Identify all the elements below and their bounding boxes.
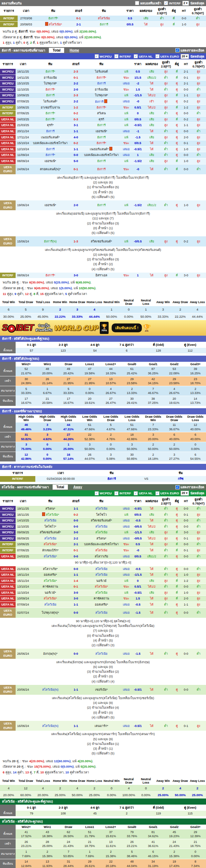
over-under-ht: ต่ำ	[191, 553, 206, 559]
odd-even: คี่	[173, 158, 181, 164]
league-badge: UEFA EURO	[0, 200, 16, 211]
match-result: แพ้	[121, 116, 131, 122]
column-header: สกอร์	[72, 6, 86, 16]
stats-cell: 4117.52%	[16, 829, 37, 839]
red-card-icon	[42, 512, 45, 516]
section-title-bar: สโลวีเนีย - สถิติได้ประตูและคี่คู่(รอบ)	[0, 798, 206, 805]
league-badge: UEFA EURO	[0, 608, 16, 618]
away-team: สโลวาเกีย	[82, 553, 121, 559]
home-team: สโลวีเนีย*	[31, 578, 70, 584]
stats-row: สนามกลาง533.33%16.67%533.33%00.00%426.67…	[0, 386, 206, 396]
away-team: ฮังการี	[82, 81, 121, 87]
fixture-away-team[interactable]: กรีซ	[155, 476, 206, 482]
match-result: แพ้	[121, 158, 131, 164]
red-card-icon	[109, 147, 112, 151]
away-team: สโลวีเนีย	[82, 548, 121, 554]
away-team: เยอรมนี*	[82, 129, 121, 135]
over-under-ht: สูง	[191, 596, 206, 602]
filter-checkbox-wcpeu[interactable]	[95, 54, 99, 58]
stats-cell: 723.33%	[143, 422, 164, 432]
odd-even: คู่	[173, 553, 181, 559]
league-badge: UEFA EURO	[0, 649, 16, 659]
stats-header: Draw Odds Loss	[185, 414, 206, 422]
h2h-count-select[interactable]: 2 ▾	[182, 1, 189, 6]
filter-checkbox-uefa-nl[interactable]	[134, 491, 138, 495]
match-result: เสมอ	[121, 649, 131, 659]
match-date: 14/11/25	[16, 75, 31, 81]
bet-now-button[interactable]: เติมพันตอนนี้ !	[112, 323, 142, 332]
stats-cell: 646.15%	[143, 849, 164, 859]
match-date: 24/06/24	[16, 164, 31, 174]
stats-value: 123	[48, 348, 79, 353]
tab-total[interactable]: Total	[53, 485, 68, 490]
halftime-score: 0-0	[181, 608, 191, 618]
wdl-pct: 60.00%	[17, 791, 35, 798]
match-detail-line: เตะเริ่มเล่น(เยอรมนี) และมุมลูกแรก(ฮังกา…	[0, 211, 206, 216]
home-team: ออสเตรีย*	[31, 572, 70, 578]
stats-row: ทีมเยือน1242.86%00.00%1657.14%2644.07%35…	[0, 452, 206, 462]
row-label: เหย้า	[0, 432, 16, 442]
stats-cell: 4844.04%	[121, 859, 143, 868]
odd-even: คู่	[173, 685, 181, 695]
match-row: WCPEU19/11/25สวีเดน*1-1สโลวีเนียเสมอ-0.5…	[0, 506, 206, 512]
match-date: 06/09/25	[16, 535, 31, 541]
away-team: ฮังการี	[82, 200, 121, 211]
stats-header: 4-6 ลูก	[79, 805, 111, 811]
column-header: เวลา	[18, 6, 35, 16]
stats-cell: 125.00%	[58, 442, 79, 452]
odd-even: คี่	[173, 596, 181, 602]
handicap-result: ได้1/2	[144, 535, 159, 541]
show-detail-checkbox[interactable]	[175, 485, 180, 489]
section-title: ฮังการี - ตารางการแข่งขันในวันหลัง	[2, 465, 52, 469]
stats-cell: 1413.73%	[185, 396, 206, 406]
stats-cell: 746.67%	[143, 386, 164, 396]
stats-table: Win2+Win1DrawLoss1Loss2+Goal0Goal1Goal2G…	[0, 825, 206, 868]
match-row: UEFA NL15/10/24บอสเนียและเฮอร์เซโกวีนา0-…	[0, 140, 206, 146]
handicap-odds: 1/1.5	[131, 75, 144, 81]
column-header	[121, 496, 131, 506]
stats-cell: 1917.43%	[164, 859, 185, 868]
stats-value: 2	[111, 811, 143, 816]
league-badge: UEFA NL	[0, 158, 16, 164]
tab-total[interactable]: Total	[49, 48, 64, 53]
halftime-score: 1-0	[181, 200, 191, 211]
tab-home[interactable]: Home	[66, 48, 83, 53]
filter-checkbox-uefa-euro[interactable]	[155, 54, 160, 58]
stats-cell: 5121.79%	[79, 829, 100, 839]
show-detail-checkbox[interactable]	[175, 48, 180, 52]
league-badge: UEFA EURO	[0, 685, 16, 695]
match-date: 11/10/25	[16, 86, 31, 93]
filter-checkbox-uefa-euro[interactable]	[155, 491, 160, 495]
home-results-checkbox[interactable]	[135, 1, 139, 5]
filter-checkbox-interf[interactable]	[114, 491, 118, 495]
recent-count-select[interactable]: 20 ▾	[181, 491, 189, 496]
match-row: UEFA NL15/11/24สโลวีเนีย*1-4นอร์เวย์แพ้0…	[0, 578, 206, 584]
over-under-ht: สูง	[191, 578, 206, 584]
over-under-ht: ต่ำ	[191, 506, 206, 512]
fixture-home-team[interactable]: ฮังการี	[86, 476, 137, 482]
wdl-count: 2	[154, 785, 172, 792]
match-detail-row: เตะเริ่มเล่น(ฮังการี) และมุมลูกแรก(ฮังกา…	[0, 174, 206, 200]
filter-checkbox-uefa-nl[interactable]	[134, 54, 138, 58]
away-team: เซอร์เบีย*	[82, 685, 121, 695]
stats-value: 79	[16, 811, 48, 816]
row-label: ทั้งหมด	[0, 829, 16, 839]
odd-even: คู่	[173, 200, 181, 211]
match-date: 19/11/25	[16, 506, 31, 512]
handicap-odds: -2	[131, 81, 144, 87]
halftime-score: 0-0	[181, 518, 191, 524]
match-date: 15/10/24	[16, 140, 31, 146]
recent-count-select[interactable]: 20 ▾	[181, 54, 189, 59]
wdl-count: 1	[103, 306, 120, 313]
handicap-odds: -0/0.5	[131, 236, 144, 246]
tab-away[interactable]: Away	[70, 485, 86, 490]
match-date: 07/06/25	[16, 111, 31, 117]
league-filter-checkbox[interactable]	[164, 1, 168, 5]
filter-checkbox-interf[interactable]	[114, 54, 118, 58]
match-result: แพ้	[121, 134, 131, 140]
stats-row: เหย้า3150.82%34.92%2744.26%2252.38%24.76…	[0, 432, 206, 442]
away-team: อาร์เมเนีย	[82, 86, 121, 93]
soibet-banner[interactable]: S♠IBET ร่วมเป็นส่วนหนึ่งกับ WORLD CUP 🏆F…	[0, 320, 206, 336]
match-result: แพ้	[121, 590, 131, 596]
filter-checkbox-wcpeu[interactable]	[95, 491, 99, 495]
